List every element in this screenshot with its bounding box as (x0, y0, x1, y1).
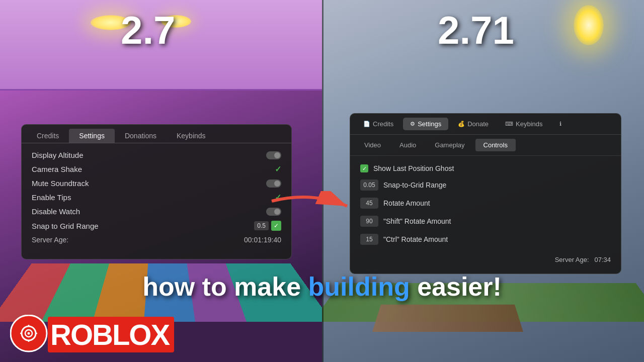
snap-value: 0.5 (254, 221, 269, 230)
left-settings-content: Display Altitude Camera Shake ✓ Mute Sou… (22, 143, 291, 251)
right-path (372, 305, 523, 332)
tab-credits-right[interactable]: 📄 Credits (356, 118, 400, 130)
rsetting-ctrl-rotate: 15 "Ctrl" Rotate Amount (360, 230, 611, 248)
left-settings-panel: Credits Settings Donations Keybinds Disp… (21, 124, 292, 259)
left-panel-tabs: Credits Settings Donations Keybinds (22, 125, 291, 143)
right-settings-panel: 📄 Credits ⚙ Settings 💰 Donate ⌨ Keybinds… (350, 113, 621, 274)
donate-icon: 💰 (458, 121, 465, 127)
server-age-right: Server Age: 07:34 (350, 253, 621, 263)
word-make: make (234, 272, 308, 301)
setting-label-mute-soundtrack: Mute Soundtrack (32, 179, 266, 188)
info-icon: ℹ (559, 121, 561, 127)
roblox-logo: ROBLOX (10, 315, 174, 354)
rsetting-snap: 0.05 Snap-to-Grid Range (360, 176, 611, 194)
right-sub-tabs: Video Audio Gameplay Controls (350, 135, 621, 156)
tab-settings-left[interactable]: Settings (69, 129, 115, 143)
bottom-text: how to make building easier! (0, 272, 644, 302)
right-light (574, 5, 604, 45)
setting-disable-watch: Disable Watch (32, 205, 281, 218)
keybinds-icon: ⌨ (505, 121, 513, 127)
roblox-text: ROBLOX (48, 317, 174, 352)
arrow (262, 191, 362, 221)
word-easier: easier! (417, 272, 502, 301)
rsetting-label-snap: Snap-to-Grid Range (383, 181, 446, 189)
tab-donations-left[interactable]: Donations (115, 129, 167, 143)
roblox-logo-icon (10, 315, 48, 352)
right-panel-tabs: 📄 Credits ⚙ Settings 💰 Donate ⌨ Keybinds… (350, 114, 621, 135)
rsetting-rotate: 45 Rotate Amount (360, 194, 611, 212)
sub-tab-audio[interactable]: Audio (391, 139, 424, 151)
word-building: building (308, 272, 418, 301)
setting-enable-tips: Enable Tips ✓ (32, 190, 281, 205)
setting-mute-soundtrack: Mute Soundtrack (32, 176, 281, 190)
snap-controls: 0.5 ✓ (254, 221, 281, 231)
word-to: to (202, 272, 234, 301)
snap-check[interactable]: ✓ (271, 221, 281, 231)
server-age-label-left: Server Age: (32, 236, 68, 244)
sub-tab-controls[interactable]: Controls (475, 139, 516, 151)
setting-snap-grid: Snap to Grid Range 0.5 ✓ (32, 218, 281, 233)
tab-credits-left[interactable]: Credits (27, 129, 69, 143)
rsetting-shift-rotate: 90 "Shift" Rotate Amount (360, 212, 611, 230)
badge-snap: 0.05 (360, 179, 378, 191)
server-age-left: Server Age: 00:01:19:40 (32, 233, 281, 246)
right-settings-content: ✓ Show Last Position Ghost 0.05 Snap-to-… (350, 156, 621, 253)
check-camera-shake[interactable]: ✓ (275, 164, 281, 174)
setting-label-snap-grid: Snap to Grid Range (32, 222, 254, 230)
rsetting-label-rotate: Rotate Amount (383, 199, 430, 207)
checkbox-ghost[interactable]: ✓ (360, 164, 368, 172)
setting-label-camera-shake: Camera Shake (32, 165, 275, 173)
settings-icon: ⚙ (410, 121, 415, 127)
version-left: 2.7 (121, 8, 175, 53)
tab-info-right[interactable]: ℹ (552, 118, 569, 130)
tab-keybinds-left[interactable]: Keybinds (167, 129, 216, 143)
setting-label-disable-watch: Disable Watch (32, 207, 266, 216)
tab-keybinds-label: Keybinds (516, 120, 542, 128)
rsetting-label-shift-rotate: "Shift" Rotate Amount (383, 217, 451, 225)
svg-point-4 (28, 332, 30, 335)
server-age-value-left: 00:01:19:40 (244, 236, 281, 244)
rsetting-label-ctrl-rotate: "Ctrl" Rotate Amount (383, 235, 448, 243)
badge-rotate: 45 (360, 198, 378, 209)
toggle-mute-soundtrack[interactable] (266, 179, 281, 188)
setting-display-altitude: Display Altitude (32, 148, 281, 162)
rsetting-ghost: ✓ Show Last Position Ghost (360, 161, 611, 176)
setting-label-enable-tips: Enable Tips (32, 193, 275, 202)
tab-donate-label: Donate (467, 120, 489, 128)
credits-icon: 📄 (363, 121, 370, 127)
version-right: 2.71 (438, 8, 514, 53)
tab-donate-right[interactable]: 💰 Donate (451, 118, 496, 130)
toggle-display-altitude[interactable] (266, 151, 281, 159)
sub-tab-video[interactable]: Video (356, 139, 389, 151)
badge-ctrl-rotate: 15 (360, 234, 378, 245)
setting-camera-shake: Camera Shake ✓ (32, 162, 281, 176)
setting-label-display-altitude: Display Altitude (32, 151, 266, 159)
badge-shift-rotate: 90 (360, 216, 378, 227)
tab-settings-right[interactable]: ⚙ Settings (403, 118, 448, 130)
divider (322, 0, 324, 362)
tab-settings-label: Settings (418, 120, 441, 128)
word-how: how (142, 272, 202, 301)
tab-keybinds-right[interactable]: ⌨ Keybinds (498, 118, 549, 130)
server-age-label-right: Server Age: (555, 256, 589, 263)
sub-tab-gameplay[interactable]: Gameplay (427, 139, 472, 151)
rsetting-label-ghost: Show Last Position Ghost (373, 164, 454, 172)
server-age-value-right: 07:34 (594, 256, 611, 263)
tab-credits-label: Credits (373, 120, 393, 128)
